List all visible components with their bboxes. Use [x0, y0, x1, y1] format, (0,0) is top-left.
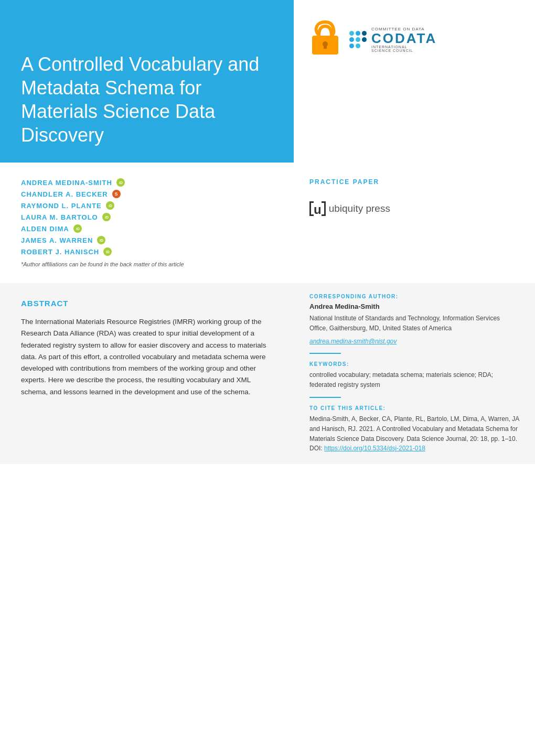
header-right: COMMITTEE ON DATA CODATA INTERNATIONAL S…	[294, 0, 535, 163]
cite-doi-link[interactable]: https://doi.org/10.5334/dsj-2021-018	[324, 445, 425, 452]
author-name: JAMES A. WARREN	[21, 236, 93, 244]
abstract-section: ABSTRACT The International Materials Res…	[0, 283, 535, 464]
author-name: CHANDLER A. BECKER	[21, 190, 108, 198]
authors-column: ANDREA MEDINA-SMITH iD CHANDLER A. BECKE…	[0, 163, 294, 283]
keywords-text: controlled vocabulary; metadata schema; …	[309, 370, 519, 390]
scopus-icon[interactable]: S	[112, 190, 121, 198]
abstract-left: ABSTRACT The International Materials Res…	[0, 283, 294, 464]
svg-text:iD: iD	[105, 215, 109, 219]
codata-main-label: CODATA	[371, 31, 437, 45]
orcid-icon[interactable]: iD	[73, 224, 82, 233]
codata-science-label: INTERNATIONAL	[371, 45, 408, 49]
author-item: ANDREA MEDINA-SMITH iD	[21, 178, 273, 187]
page-wrapper: A Controlled Vocabulary and Metadata Sch…	[0, 0, 535, 756]
svg-text:iD: iD	[109, 204, 112, 208]
cite-text: Medina-Smith, A, Becker, CA, Plante, RL,…	[309, 414, 519, 453]
practice-paper-label: PRACTICE PAPER	[309, 178, 519, 186]
codata-logo: COMMITTEE ON DATA CODATA INTERNATIONAL S…	[349, 27, 437, 52]
header-left-blue: A Controlled Vocabulary and Metadata Sch…	[0, 0, 294, 163]
author-item: JAMES A. WARREN iD	[21, 236, 273, 244]
svg-text:iD: iD	[100, 239, 103, 242]
logos-row: COMMITTEE ON DATA CODATA INTERNATIONAL S…	[309, 10, 437, 59]
abstract-text: The International Materials Resource Reg…	[21, 316, 273, 398]
corresponding-name: Andrea Medina-Smith	[309, 303, 519, 310]
svg-rect-3	[324, 44, 327, 49]
author-item: LAURA M. BARTOLO iD	[21, 213, 273, 221]
orcid-icon[interactable]: iD	[106, 201, 114, 210]
orcid-icon[interactable]: iD	[97, 236, 105, 244]
orcid-icon[interactable]: iD	[102, 213, 111, 221]
citation-section: TO CITE THIS ARTICLE: Medina-Smith, A, B…	[309, 405, 519, 453]
author-name: ROBERT J. HANISCH	[21, 248, 99, 256]
corresponding-email-link[interactable]: andrea.medina-smith@nist.gov	[309, 338, 397, 345]
author-item: ROBERT J. HANISCH iD	[21, 247, 273, 256]
author-item: RAYMOND L. PLANTE iD	[21, 201, 273, 210]
middle-section: ANDREA MEDINA-SMITH iD CHANDLER A. BECKE…	[0, 163, 535, 283]
svg-text:iD: iD	[76, 227, 80, 231]
orcid-icon[interactable]: iD	[103, 247, 112, 256]
author-name: LAURA M. BARTOLO	[21, 213, 98, 221]
corresponding-affiliation: National Institute of Standards and Tech…	[309, 314, 519, 333]
ubiquity-press-text: ubiquity press	[329, 203, 390, 214]
author-item: ALDEN DIMA iD	[21, 224, 273, 233]
codata-council-label: SCIENCE COUNCIL	[371, 49, 413, 52]
cite-label: TO CITE THIS ARTICLE:	[309, 405, 519, 411]
svg-text:iD: iD	[119, 181, 123, 185]
corresponding-label: CORRESPONDING AUTHOR:	[309, 294, 519, 299]
open-access-icon	[309, 20, 341, 59]
practice-paper-column: PRACTICE PAPER u ubiquity press	[294, 163, 535, 283]
corresponding-author-section: CORRESPONDING AUTHOR: Andrea Medina-Smit…	[309, 294, 519, 345]
author-name: ANDREA MEDINA-SMITH	[21, 179, 112, 187]
keywords-label: KEYWORDS:	[309, 361, 519, 367]
ubiquity-press-logo: u ubiquity press	[309, 201, 519, 216]
ubiquity-u-letter: u	[314, 203, 322, 216]
sidebar-divider-2	[309, 397, 341, 398]
title-area: A Controlled Vocabulary and Metadata Sch…	[0, 37, 294, 163]
abstract-title: ABSTRACT	[21, 299, 273, 308]
author-item: CHANDLER A. BECKER S	[21, 190, 273, 198]
author-name: RAYMOND L. PLANTE	[21, 202, 102, 210]
author-name: ALDEN DIMA	[21, 225, 69, 233]
orcid-icon[interactable]: iD	[116, 178, 125, 187]
main-title: A Controlled Vocabulary and Metadata Sch…	[21, 52, 273, 147]
sidebar-divider	[309, 353, 341, 354]
keywords-section: KEYWORDS: controlled vocabulary; metadat…	[309, 361, 519, 390]
sidebar: CORRESPONDING AUTHOR: Andrea Medina-Smit…	[294, 283, 535, 464]
author-list: ANDREA MEDINA-SMITH iD CHANDLER A. BECKE…	[21, 178, 273, 256]
affiliation-note: *Author affiliations can be found in the…	[21, 261, 273, 267]
svg-text:iD: iD	[106, 250, 110, 254]
top-header: A Controlled Vocabulary and Metadata Sch…	[0, 0, 535, 163]
